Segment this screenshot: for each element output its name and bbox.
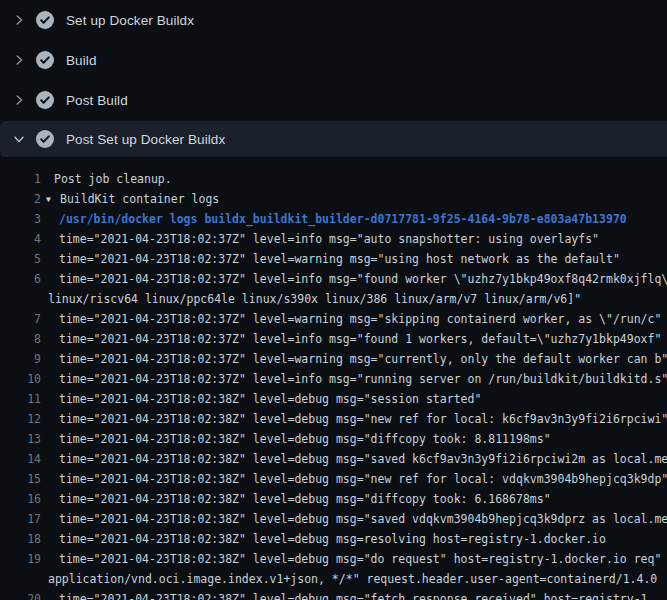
log-line-text: time="2021-04-23T18:02:37Z" level=info m… xyxy=(59,372,667,386)
step-success-check-icon xyxy=(36,11,54,29)
log-line-text: Post job cleanup. xyxy=(54,172,172,186)
log-line-text: time="2021-04-23T18:02:38Z" level=debug … xyxy=(59,532,606,546)
log-line-content: time="2021-04-23T18:02:38Z" level=debug … xyxy=(42,509,667,529)
log-line-number[interactable]: 18 xyxy=(0,529,42,549)
log-line: 20 time="2021-04-23T18:02:38Z" level=deb… xyxy=(0,589,667,600)
step-success-check-icon xyxy=(36,130,54,148)
log-line-content: time="2021-04-23T18:02:37Z" level=info m… xyxy=(42,329,667,349)
log-line-number[interactable]: 11 xyxy=(0,389,42,409)
log-line-content: time="2021-04-23T18:02:37Z" level=warnin… xyxy=(42,309,667,329)
log-line-text: time="2021-04-23T18:02:38Z" level=debug … xyxy=(59,492,551,506)
log-line: 10 time="2021-04-23T18:02:37Z" level=inf… xyxy=(0,369,667,389)
log-line-text: time="2021-04-23T18:02:38Z" level=debug … xyxy=(59,592,654,600)
step-label: Post Build xyxy=(66,93,128,108)
log-line-content: time="2021-04-23T18:02:38Z" level=debug … xyxy=(42,449,667,469)
log-line-content: time="2021-04-23T18:02:38Z" level=debug … xyxy=(42,409,667,429)
log-line: 19 time="2021-04-23T18:02:38Z" level=deb… xyxy=(0,549,667,569)
log-line-content: time="2021-04-23T18:02:38Z" level=debug … xyxy=(42,489,667,509)
step-success-check-icon xyxy=(36,91,54,109)
log-line-text: time="2021-04-23T18:02:37Z" level=info m… xyxy=(59,272,667,286)
log-line-content: time="2021-04-23T18:02:38Z" level=debug … xyxy=(42,549,667,569)
step-label: Set up Docker Buildx xyxy=(66,13,194,28)
step-header-build[interactable]: Build xyxy=(0,40,667,80)
log-line-content: application/vnd.oci.image.index.v1+json,… xyxy=(42,569,667,589)
log-line-content: ▼BuildKit container logs xyxy=(42,189,667,209)
log-line: 2 ▼BuildKit container logs xyxy=(0,189,667,209)
log-line-text: time="2021-04-23T18:02:38Z" level=debug … xyxy=(59,552,661,566)
log-line-content: time="2021-04-23T18:02:37Z" level=info m… xyxy=(42,369,667,389)
chevron-right-icon xyxy=(12,13,26,27)
log-line-content: time="2021-04-23T18:02:37Z" level=warnin… xyxy=(42,349,667,369)
log-line-number[interactable]: 15 xyxy=(0,469,42,489)
log-line: 1 Post job cleanup. xyxy=(0,169,667,189)
log-line-text: time="2021-04-23T18:02:37Z" level=info m… xyxy=(59,232,599,246)
log-line-number[interactable]: 9 xyxy=(0,349,42,369)
chevron-down-icon xyxy=(12,132,26,146)
log-line-number[interactable]: 7 xyxy=(0,309,42,329)
log-line-number[interactable] xyxy=(0,569,42,589)
log-line-number[interactable]: 13 xyxy=(0,429,42,449)
log-line-content: linux/riscv64 linux/ppc64le linux/s390x … xyxy=(42,289,667,309)
step-header-post-set-up-docker-buildx[interactable]: Post Set up Docker Buildx xyxy=(0,121,667,157)
log-line-text: /usr/bin/docker logs buildx_buildkit_bui… xyxy=(59,212,627,226)
log-line-text: time="2021-04-23T18:02:38Z" level=debug … xyxy=(59,512,667,526)
step-header-set-up-docker-buildx[interactable]: Set up Docker Buildx xyxy=(0,0,667,40)
log-line-number[interactable]: 4 xyxy=(0,229,42,249)
step-label: Build xyxy=(66,53,97,68)
log-line-content: time="2021-04-23T18:02:37Z" level=info m… xyxy=(42,229,667,249)
log-line-text: linux/riscv64 linux/ppc64le linux/s390x … xyxy=(48,292,581,306)
log-line-text: application/vnd.oci.image.index.v1+json,… xyxy=(48,572,657,586)
log-line-content: time="2021-04-23T18:02:38Z" level=debug … xyxy=(42,469,667,489)
log-line-number[interactable]: 19 xyxy=(0,549,42,569)
log-line-number[interactable]: 16 xyxy=(0,489,42,509)
log-line-number[interactable]: 6 xyxy=(0,269,42,289)
log-line-text: time="2021-04-23T18:02:38Z" level=debug … xyxy=(59,432,551,446)
log-line: 7 time="2021-04-23T18:02:37Z" level=warn… xyxy=(0,309,667,329)
log-line-number[interactable]: 10 xyxy=(0,369,42,389)
log-line-number[interactable]: 12 xyxy=(0,409,42,429)
log-line-text: time="2021-04-23T18:02:38Z" level=debug … xyxy=(59,412,667,426)
log-line-text: time="2021-04-23T18:02:37Z" level=warnin… xyxy=(59,352,667,366)
log-line: 18 time="2021-04-23T18:02:38Z" level=deb… xyxy=(0,529,667,549)
log-line-text: time="2021-04-23T18:02:37Z" level=warnin… xyxy=(59,252,620,266)
log-line-content: time="2021-04-23T18:02:38Z" level=debug … xyxy=(42,389,667,409)
log-line-content: time="2021-04-23T18:02:38Z" level=debug … xyxy=(42,529,667,549)
log-line-content: time="2021-04-23T18:02:38Z" level=debug … xyxy=(42,589,667,600)
log-line: 9 time="2021-04-23T18:02:37Z" level=warn… xyxy=(0,349,667,369)
log-line-number[interactable]: 5 xyxy=(0,249,42,269)
log-line-content: /usr/bin/docker logs buildx_buildkit_bui… xyxy=(42,209,667,229)
step-success-check-icon xyxy=(36,51,54,69)
log-line-number[interactable]: 2 xyxy=(0,189,42,209)
log-line-text: time="2021-04-23T18:02:38Z" level=debug … xyxy=(59,452,667,466)
log-line: 6 time="2021-04-23T18:02:37Z" level=info… xyxy=(0,269,667,289)
log-line-text: time="2021-04-23T18:02:37Z" level=warnin… xyxy=(59,312,661,326)
steps-list: Set up Docker Buildx Build Post Build xyxy=(0,0,667,157)
log-line-text: time="2021-04-23T18:02:37Z" level=info m… xyxy=(59,332,661,346)
log-line: linux/riscv64 linux/ppc64le linux/s390x … xyxy=(0,289,667,309)
log-group-toggle-icon[interactable]: ▼ xyxy=(46,190,58,209)
log-line: application/vnd.oci.image.index.v1+json,… xyxy=(0,569,667,589)
log-line-content: Post job cleanup. xyxy=(42,169,667,189)
step-header-post-build[interactable]: Post Build xyxy=(0,80,667,120)
step-label: Post Set up Docker Buildx xyxy=(66,132,225,147)
log-line: 13 time="2021-04-23T18:02:38Z" level=deb… xyxy=(0,429,667,449)
log-line-content: time="2021-04-23T18:02:37Z" level=warnin… xyxy=(42,249,667,269)
log-line: 8 time="2021-04-23T18:02:37Z" level=info… xyxy=(0,329,667,349)
log-line: 12 time="2021-04-23T18:02:38Z" level=deb… xyxy=(0,409,667,429)
log-line-number[interactable]: 3 xyxy=(0,209,42,229)
log-line-number[interactable]: 20 xyxy=(0,589,42,600)
log-line: 4 time="2021-04-23T18:02:37Z" level=info… xyxy=(0,229,667,249)
log-line: 16 time="2021-04-23T18:02:38Z" level=deb… xyxy=(0,489,667,509)
log-line: 3 /usr/bin/docker logs buildx_buildkit_b… xyxy=(0,209,667,229)
chevron-right-icon xyxy=(12,53,26,67)
log-line-number[interactable]: 1 xyxy=(0,169,42,189)
log-line-number[interactable] xyxy=(0,289,42,309)
log-line-number[interactable]: 8 xyxy=(0,329,42,349)
log-line-number[interactable]: 17 xyxy=(0,509,42,529)
log-line: 14 time="2021-04-23T18:02:38Z" level=deb… xyxy=(0,449,667,469)
log-line-number[interactable]: 14 xyxy=(0,449,42,469)
log-line: 11 time="2021-04-23T18:02:38Z" level=deb… xyxy=(0,389,667,409)
log-line-content: time="2021-04-23T18:02:37Z" level=info m… xyxy=(42,269,667,289)
log-line: 5 time="2021-04-23T18:02:37Z" level=warn… xyxy=(0,249,667,269)
log-line-text: time="2021-04-23T18:02:38Z" level=debug … xyxy=(59,472,667,486)
